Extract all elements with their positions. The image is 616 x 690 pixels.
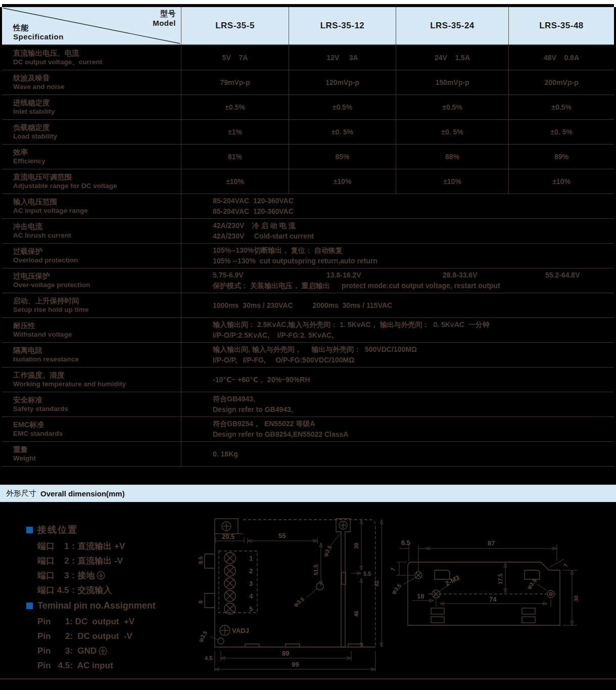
row-value-cell: 89% (508, 145, 614, 169)
row-value-cell: 150mVp-p (396, 70, 508, 95)
row-value-cell: 81% (181, 145, 289, 169)
row-label-en: Load stability (13, 132, 181, 141)
dim-82: 82 (373, 580, 380, 586)
row-label-cn: 输入电压范围 (13, 197, 181, 207)
blue-square-bullet-icon (26, 527, 33, 533)
row-label-cell: 直流电压可调范围 Adjustable range for DC voltage (2, 169, 181, 194)
dim-55: 55 (278, 532, 286, 539)
table-row: 重量 Weight 0. 18Kg (2, 442, 614, 467)
row-label-cn: 隔离电阻 (13, 346, 181, 356)
row-value-line1: -10℃~ +60℃， 20%~90%RH (213, 375, 614, 385)
dim-4-5: 4.5 (205, 655, 212, 661)
row-label-cn: 直流电压可调范围 (13, 172, 181, 182)
dim-51-5: 51.5 (313, 565, 319, 575)
row-label-en: DC output voltage、current (13, 58, 181, 67)
dim-18: 18 (417, 592, 424, 600)
row-label-en: Efficiency (13, 157, 181, 166)
hole-diameter-label: φ3.5 (199, 630, 208, 643)
hole-diameter-label: φ3.5 (293, 596, 306, 608)
row-value-cell: 105%--130%切断输出， 复位： 自动恢复 105% --130% cut… (181, 244, 614, 268)
wiring-title-en-text: Teminal pin no.Assignment (37, 601, 156, 611)
row-value-cell: ±10% (396, 169, 508, 194)
table-row: 安全标准 Safety standards 符合GB4943, Design r… (2, 392, 614, 417)
dimension-title-cn: 外形尺寸 (6, 489, 36, 498)
row-label-en: Inlet stability (13, 108, 181, 116)
row-value-cell: 24V 1.5A (396, 45, 508, 70)
pin-number: 5 (249, 605, 253, 613)
row-value-segment: 28.8-33.6V (443, 270, 545, 281)
row-value-cell: ±0. 5% (289, 120, 396, 144)
bottom-view-drawing: φ3.5 2-M3 φ3.5 6.5 87 7 (389, 536, 601, 662)
dim-17-5: 17.5 (497, 574, 503, 584)
table-row: 工作温度、湿度 Working temperature and humidity… (2, 367, 614, 392)
row-label-cn: EMC标准 (13, 420, 181, 430)
row-label-en: EMC standards (13, 430, 181, 438)
port-1-label: 端口 1：直流输出 +V (37, 542, 125, 550)
port-3-label: 端口 3：接地 (37, 571, 94, 580)
pin-2-label: Pin 2: DC output -V (37, 632, 132, 640)
dim-87: 87 (488, 539, 495, 547)
table-row: 输入电压范围 AC input voltage range 85-204VAC … (2, 194, 614, 219)
row-label-en: Isolation resestance (13, 355, 181, 364)
pin-number: 2 (249, 567, 253, 575)
row-label-en: AC Inrush current (13, 232, 181, 240)
row-value-line2: 105% --130% cut outputspring return,auto… (213, 256, 614, 266)
table-row: 启动、上升保持时间 Setup rise hold up time 1000ms… (2, 293, 614, 318)
pin-number: 4 (249, 592, 253, 600)
dim-7: 7 (390, 567, 396, 572)
row-value-cell: 5V 7A (181, 45, 289, 70)
row-label-cn: 安全标准 (13, 395, 181, 405)
row-label-en: Weight (13, 454, 181, 463)
table-row: 效率 Efficiency 81% 85% 88% 89% (2, 145, 614, 169)
spec-label-cn: 性能 (13, 23, 64, 33)
dim-46: 46 (353, 611, 359, 617)
row-value-segment: 55.2-64.8V (545, 270, 580, 281)
dim-9-5: 9.5 (199, 557, 204, 564)
row-value-cell: 79mVp-p (181, 70, 289, 95)
row-label-cn: 工作温度、湿度 (13, 371, 181, 381)
row-label-en: Safety standards (13, 405, 181, 413)
hole-diameter-label: φ3.5 (390, 582, 402, 595)
row-value-line1: 0. 18Kg (213, 449, 614, 459)
row-value-line1: 输入输出间： 2.5KvAC,输入与外壳间： 1. 5KvAC， 输出与外壳间：… (213, 319, 614, 330)
row-value-cell: ±0.5% (181, 95, 289, 119)
row-label-cn: 负载稳定度 (13, 123, 181, 133)
pin-45-label: Pin 4.5: AC input (37, 661, 113, 670)
row-label-cn: 直流输出电压、电流 (13, 49, 181, 59)
row-label-cn: 进线稳定度 (13, 98, 181, 108)
row-value-line2: 85-204VAC 120-360VAC (213, 206, 614, 217)
table-body: 直流输出电压、电流 DC output voltage、current 5V 7… (2, 45, 614, 467)
dim-7: 7 (562, 563, 568, 568)
model-label-en: Model (153, 19, 176, 28)
row-label-cell: 进线稳定度 Inlet stability (2, 95, 181, 119)
header-spec-label: 性能 Specification (13, 23, 64, 42)
row-label-cell: 冲击电流 AC Inrush current (2, 219, 181, 243)
row-label-cell: 效率 Efficiency (2, 145, 181, 169)
table-header-row: 性能 Specification 型号 Model LRS-35-5 LRS-3… (2, 7, 614, 45)
row-label-cn: 过电压保护 (13, 271, 181, 282)
row-value-cell: ±0. 5% (396, 120, 508, 144)
row-value-cell: 42A/230V 冷 启 动 电 流 42A/230V Cold-start c… (181, 219, 614, 243)
row-label-cell: 安全标准 Safety standards (2, 392, 181, 417)
row-value-line2: 保护模式： 关装输出电压， 重启输出 protect mode:cut outp… (213, 281, 614, 291)
dim-20-5: 20.5 (222, 533, 234, 540)
datasheet-page: 性能 Specification 型号 Model LRS-35-5 LRS-3… (0, 0, 616, 690)
dim-5-5: 5.5 (363, 571, 371, 577)
row-value-cell: ±10% (508, 169, 614, 194)
row-value-cell: -10℃~ +60℃， 20%~90%RH (181, 367, 614, 392)
row-value-line1: 105%--130%切断输出， 复位： 自动恢复 (213, 245, 614, 256)
row-value-line1: 5.75-6.9V13.8-16.2V28.8-33.6V55.2-64.8V (213, 270, 614, 281)
row-value-cell: 0. 18Kg (181, 442, 614, 466)
row-value-line2: I/P-O/P:2.5KvAC, I/P-FG:2. 5KvAC, (213, 330, 614, 341)
table-row: 进线稳定度 Inlet stability ±0.5% ±0.5% ±0.5% … (2, 95, 614, 120)
dim-6-5: 6.5 (401, 539, 410, 546)
pin-line: Pin 1: DC output +V (37, 617, 156, 626)
row-label-en: Adjustable range for DC voltage (13, 182, 181, 191)
row-label-cell: 过载保护 Overload protection (2, 244, 181, 268)
vadj-label: VADJ (232, 627, 249, 634)
row-value-cell: 输入输出间： 2.5KvAC,输入与外壳间： 1. 5KvAC， 输出与外壳间：… (181, 318, 614, 342)
pin-1-label: Pin 1: DC output +V (37, 617, 134, 626)
table-row: 纹波及噪音 Wave and noise 79mVp-p 120mVp-p 15… (2, 70, 614, 95)
row-label-cn: 过载保护 (13, 247, 181, 257)
dim-39: 39 (353, 543, 359, 549)
